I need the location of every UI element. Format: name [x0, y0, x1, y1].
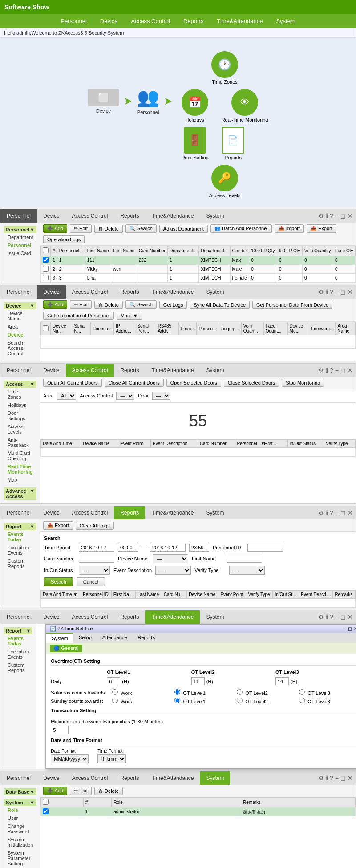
sidebar-exception-events[interactable]: Exception Events [4, 544, 36, 557]
nav-reports-ta[interactable]: Reports [114, 610, 145, 624]
sidebar-device[interactable]: Device [4, 331, 36, 339]
nav-time-attendance[interactable]: Time&Attendance [145, 209, 200, 223]
nav-personnel-d[interactable]: Personnel [0, 285, 37, 299]
nav-device-sys[interactable]: Device [37, 771, 66, 785]
stop-monitoring-btn[interactable]: Stop Monitoring [282, 379, 324, 387]
nav-access-control[interactable]: Access Control [66, 209, 114, 223]
nav-device-ta[interactable]: Device [37, 610, 66, 624]
firstname-input-r[interactable] [227, 555, 262, 563]
nav-ac-r[interactable]: Access Control [66, 506, 114, 519]
sidebar-sys-param[interactable]: System Parameter Setting [4, 849, 36, 868]
sidebar-door-settings[interactable]: Door Settings [4, 409, 36, 422]
op-logs-button[interactable]: Operation Logs [43, 235, 85, 243]
sidebar-user[interactable]: User [4, 814, 36, 822]
close-icon-ac[interactable]: ✕ [348, 367, 353, 374]
device-name-select[interactable]: — [153, 554, 188, 563]
time-to-input[interactable] [189, 544, 209, 552]
nav-time-d[interactable]: Time&Attendance [145, 285, 200, 299]
gear-icon-ta[interactable]: ⚙ [318, 613, 324, 621]
sidebar-search-ac[interactable]: Search Access Control [4, 339, 36, 357]
icon-holidays[interactable]: 📅 Holidays [182, 89, 208, 122]
edit-btn-d[interactable]: ✏ Edit [70, 300, 92, 309]
icon-realtime[interactable]: 👁 Real-Time Monitoring [222, 89, 268, 122]
gear-icon-ac[interactable]: ⚙ [318, 367, 324, 374]
icon-door[interactable]: 🚪 Door Setting [182, 127, 209, 160]
search-button[interactable]: 🔍 Search [125, 224, 157, 233]
close-icon[interactable]: ✕ [348, 212, 353, 219]
sys-row-check[interactable] [43, 808, 49, 814]
nav-reports-r[interactable]: Reports [114, 506, 145, 519]
gear-icon-r[interactable]: ⚙ [318, 509, 324, 516]
more-btn[interactable]: More ▼ [117, 312, 142, 320]
sys-select-all[interactable] [43, 799, 49, 805]
pid-input[interactable] [247, 544, 283, 552]
clear-logs-btn[interactable]: Clear All Logs [76, 522, 114, 530]
import-button[interactable]: 📥 Import [275, 224, 304, 233]
nav-access-intro[interactable]: Access Control [131, 18, 170, 24]
info-icon-ac[interactable]: ℹ [326, 367, 328, 374]
popup-nav-attendance[interactable]: Attendance [97, 633, 133, 643]
device-select-all[interactable] [43, 325, 49, 331]
batch-add-button[interactable]: 👥 Batch Add Personnel [210, 224, 272, 233]
sun-ot1-radio[interactable] [174, 698, 180, 703]
nav-system-d[interactable]: System [200, 285, 230, 299]
nav-reports[interactable]: Reports [114, 209, 145, 223]
card-num-input[interactable] [79, 555, 114, 563]
date-from-input[interactable] [79, 544, 114, 552]
adjust-dept-button[interactable]: Adjust Department [159, 225, 208, 233]
question-icon-r[interactable]: ? [330, 509, 333, 516]
minus-icon-ac[interactable]: − [335, 367, 339, 374]
restore-icon-ta[interactable]: ◻ [340, 613, 346, 621]
popup-close[interactable]: ✕ [354, 626, 356, 632]
nav-system-sys[interactable]: System [200, 771, 230, 785]
close-all-btn[interactable]: Close All Current Doors [105, 379, 164, 387]
ot-daily-l2-input[interactable] [191, 677, 205, 685]
info-icon[interactable]: ℹ [326, 212, 328, 219]
nav-ac-sys[interactable]: Access Control [66, 771, 114, 785]
nav-personnel[interactable]: Personnel [0, 209, 37, 223]
search-btn-d[interactable]: 🔍 Search [125, 300, 157, 309]
date-format-select[interactable]: MM/dd/yyyy [51, 754, 89, 763]
sidebar-custom-reports[interactable]: Custom Reports [4, 557, 36, 570]
nav-ac-d[interactable]: Access Control [66, 285, 114, 299]
nav-device-intro[interactable]: Device [100, 18, 118, 24]
sun-ot3-radio[interactable] [299, 698, 305, 703]
sat-ot2-radio[interactable] [237, 689, 243, 695]
nav-system-intro[interactable]: System [276, 18, 295, 24]
sys-db-title[interactable]: Data Base ▼ [4, 788, 36, 795]
search-cancel-btn[interactable]: Cancel [77, 577, 105, 586]
nav-reports-intro[interactable]: Reports [183, 18, 204, 24]
close-icon-ta[interactable]: ✕ [348, 613, 353, 621]
table-row[interactable]: 1 1 111 222 1 XIMTECH Male 0 0 0 0 [41, 256, 356, 265]
sidebar-anti-passback[interactable]: Anti-Passback [4, 436, 36, 449]
table-row[interactable]: 3 3 Lina 1 XIMTECH Female 0 0 0 0 [41, 274, 356, 283]
sun-work-radio[interactable] [112, 698, 118, 703]
nav-time-ta[interactable]: Time&Attendance [145, 610, 200, 624]
get-personnel-btn[interactable]: Get Personnel Data From Device [252, 301, 332, 309]
nav-ac-ac[interactable]: Access Control [66, 364, 114, 377]
get-info-btn[interactable]: Get Information of Personnel [43, 312, 114, 320]
sidebar-realtime-monitoring[interactable]: Real-Time Monitoring [4, 462, 36, 476]
door-select[interactable]: — [152, 392, 170, 400]
info-icon-ta[interactable]: ℹ [326, 613, 328, 621]
ac-select[interactable]: — [116, 392, 134, 400]
add-button[interactable]: ➕ Add [43, 224, 67, 233]
question-icon-ac[interactable]: ? [330, 367, 333, 374]
minus-icon-sys[interactable]: − [335, 775, 339, 782]
restore-icon[interactable]: ◻ [340, 212, 346, 219]
sat-ot1-radio[interactable] [174, 689, 180, 695]
info-icon-d[interactable]: ℹ [326, 288, 328, 296]
nav-personnel-ta[interactable]: Personnel [0, 610, 37, 624]
popup-minimize[interactable]: − [344, 626, 346, 632]
event-desc-select[interactable]: — [155, 566, 191, 575]
nav-ac-ta[interactable]: Access Control [66, 610, 114, 624]
sidebar-events-today[interactable]: Events Today [4, 530, 36, 544]
nav-personnel-ac[interactable]: Personnel [0, 364, 37, 377]
sidebar-access-levels[interactable]: Access Levels [4, 422, 36, 436]
sun-ot2-radio[interactable] [237, 698, 243, 703]
nav-time-ac[interactable]: Time&Attendance [145, 364, 200, 377]
nav-personnel-intro[interactable]: Personnel [61, 18, 87, 24]
popup-restore[interactable]: ◻ [348, 626, 352, 632]
date-to-input[interactable] [150, 544, 186, 552]
icon-access-levels[interactable]: 🔑 Access Levels [182, 165, 268, 198]
